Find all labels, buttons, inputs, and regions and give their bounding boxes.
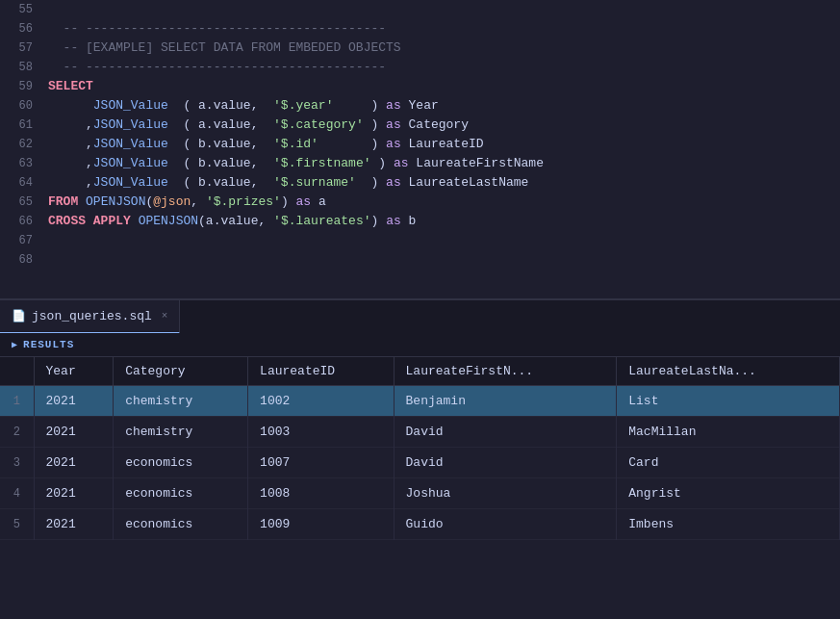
results-header: ▶ RESULTS xyxy=(0,333,840,357)
cell-id: 1002 xyxy=(248,386,394,417)
line-number: 66 xyxy=(0,212,48,231)
line-number: 56 xyxy=(0,19,48,39)
line-content: ,JSON_Value ( b.value, '$.surname' ) as … xyxy=(48,173,840,193)
results-table-container[interactable]: Year Category LaureateID LaureateFirstN.… xyxy=(0,357,840,585)
code-line: 56 -- ----------------------------------… xyxy=(0,19,840,39)
col-header-lastn[interactable]: LaureateLastNa... xyxy=(617,357,840,386)
line-content: JSON_Value ( a.value, '$.year' ) as Year xyxy=(48,96,840,116)
code-line: 64 ,JSON_Value ( b.value, '$.surname' ) … xyxy=(0,173,840,193)
table-row[interactable]: 12021chemistry1002BenjaminList xyxy=(0,386,840,417)
line-number: 59 xyxy=(0,77,48,96)
line-number: 67 xyxy=(0,231,48,250)
line-content: ,JSON_Value ( b.value, '$.firstname' ) a… xyxy=(48,154,840,173)
cell-id: 1008 xyxy=(248,478,394,509)
line-content: FROM OPENJSON(@json, '$.prizes') as a xyxy=(48,193,840,212)
code-line: 61 ,JSON_Value ( a.value, '$.category' )… xyxy=(0,116,840,135)
code-line: 55 xyxy=(0,0,840,19)
col-header-year[interactable]: Year xyxy=(34,357,114,386)
code-line: 67 xyxy=(0,231,840,250)
line-content: -- [EXAMPLE] SELECT DATA FROM EMBEDED OB… xyxy=(48,39,840,58)
col-header-firstn[interactable]: LaureateFirstN... xyxy=(394,357,617,386)
line-number: 63 xyxy=(0,154,48,173)
code-line: 57 -- [EXAMPLE] SELECT DATA FROM EMBEDED… xyxy=(0,39,840,58)
cell-id: 1003 xyxy=(248,417,394,448)
row-num: 4 xyxy=(0,478,34,509)
line-content: -- -------------------------------------… xyxy=(48,58,840,77)
line-content: SELECT xyxy=(48,77,840,96)
table-row[interactable]: 42021economics1008JoshuaAngrist xyxy=(0,478,840,509)
code-line: 66 CROSS APPLY OPENJSON(a.value, '$.laur… xyxy=(0,212,840,231)
table-row[interactable]: 32021economics1007DavidCard xyxy=(0,448,840,478)
row-num: 5 xyxy=(0,509,34,540)
table-row[interactable]: 52021economics1009GuidoImbens xyxy=(0,509,840,540)
cell-lastname: List xyxy=(617,386,840,417)
table-header-row: Year Category LaureateID LaureateFirstN.… xyxy=(0,357,840,386)
col-header-category[interactable]: Category xyxy=(114,357,248,386)
code-line: 59 SELECT xyxy=(0,77,840,96)
code-line: 58 -- ----------------------------------… xyxy=(0,58,840,77)
table-row[interactable]: 22021chemistry1003DavidMacMillan xyxy=(0,417,840,448)
line-number: 68 xyxy=(0,250,48,270)
cell-firstname: Guido xyxy=(394,509,617,540)
cell-lastname: Card xyxy=(617,448,840,478)
row-num: 3 xyxy=(0,448,34,478)
code-line: 68 xyxy=(0,250,840,270)
cell-year: 2021 xyxy=(34,417,114,448)
line-number: 57 xyxy=(0,39,48,58)
code-line: 65 FROM OPENJSON(@json, '$.prizes') as a xyxy=(0,193,840,212)
bottom-container: 📄 json_queries.sql × ▶ RESULTS Year Cate… xyxy=(0,298,840,585)
line-number: 65 xyxy=(0,193,48,212)
line-number: 61 xyxy=(0,116,48,135)
code-lines: 55 56 -- -------------------------------… xyxy=(0,0,840,270)
cell-category: economics xyxy=(114,509,248,540)
cell-id: 1007 xyxy=(248,448,394,478)
cell-category: chemistry xyxy=(114,386,248,417)
line-number: 62 xyxy=(0,135,48,154)
results-label: RESULTS xyxy=(23,339,74,350)
line-content: ,JSON_Value ( a.value, '$.category' ) as… xyxy=(48,116,840,135)
cell-lastname: Angrist xyxy=(617,478,840,509)
cell-year: 2021 xyxy=(34,386,114,417)
cell-lastname: Imbens xyxy=(617,509,840,540)
cell-firstname: Joshua xyxy=(394,478,617,509)
line-content: -- -------------------------------------… xyxy=(48,19,840,39)
code-editor: 55 56 -- -------------------------------… xyxy=(0,0,840,298)
cell-year: 2021 xyxy=(34,448,114,478)
code-line: 60 JSON_Value ( a.value, '$.year' ) as Y… xyxy=(0,96,840,116)
cell-firstname: David xyxy=(394,417,617,448)
col-header-laureateid[interactable]: LaureateID xyxy=(248,357,394,386)
tab-item-sql[interactable]: 📄 json_queries.sql × xyxy=(0,300,180,334)
col-header-row-num xyxy=(0,357,34,386)
tab-label: json_queries.sql xyxy=(32,309,152,323)
line-number: 58 xyxy=(0,58,48,77)
line-number: 64 xyxy=(0,173,48,193)
file-icon: 📄 xyxy=(12,309,26,323)
line-number: 60 xyxy=(0,96,48,116)
cell-category: economics xyxy=(114,478,248,509)
row-num: 1 xyxy=(0,386,34,417)
cell-year: 2021 xyxy=(34,478,114,509)
cell-firstname: David xyxy=(394,448,617,478)
results-table: Year Category LaureateID LaureateFirstN.… xyxy=(0,357,840,540)
code-line: 63 ,JSON_Value ( b.value, '$.firstname' … xyxy=(0,154,840,173)
code-line: 62 ,JSON_Value ( b.value, '$.id' ) as La… xyxy=(0,135,840,154)
cell-id: 1009 xyxy=(248,509,394,540)
line-content: ,JSON_Value ( b.value, '$.id' ) as Laure… xyxy=(48,135,840,154)
cell-year: 2021 xyxy=(34,509,114,540)
cell-firstname: Benjamin xyxy=(394,386,617,417)
line-number: 55 xyxy=(0,0,48,19)
cell-category: economics xyxy=(114,448,248,478)
line-content: CROSS APPLY OPENJSON(a.value, '$.laureat… xyxy=(48,212,840,231)
cell-category: chemistry xyxy=(114,417,248,448)
row-num: 2 xyxy=(0,417,34,448)
triangle-icon: ▶ xyxy=(12,339,17,350)
cell-lastname: MacMillan xyxy=(617,417,840,448)
tab-close-button[interactable]: × xyxy=(162,310,168,322)
tab-bar: 📄 json_queries.sql × xyxy=(0,299,840,333)
